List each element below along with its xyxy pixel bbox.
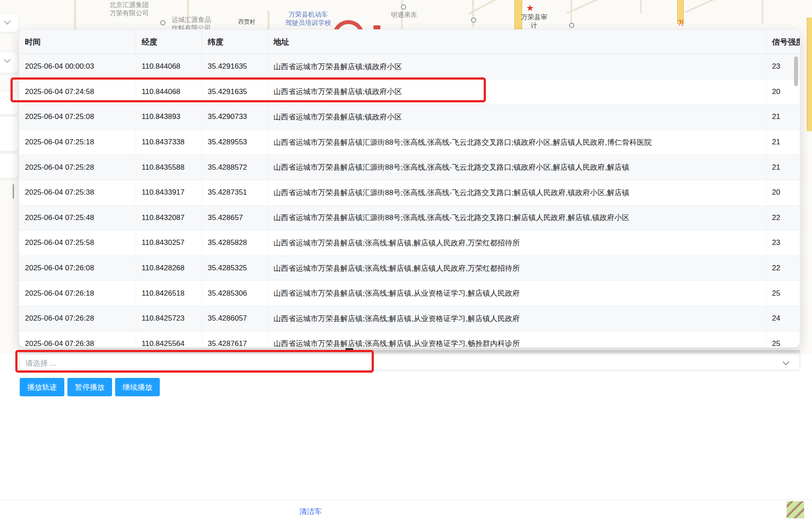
cell-signal: 22: [766, 255, 800, 281]
cell-time: 2025-06-04 07:24:58: [19, 79, 136, 105]
table-row[interactable]: 2025-06-04 07:25:28110.843558835.4288572…: [19, 155, 800, 180]
cell-addr: 山西省运城市万荣县解店镇;镇政府小区: [267, 79, 766, 105]
cell-lng: 110.844068: [136, 79, 202, 105]
side-scrollbar[interactable]: [13, 184, 14, 199]
table-row[interactable]: 2025-06-04 07:24:58110.84406835.4291635山…: [19, 79, 800, 105]
table-row[interactable]: 2025-06-04 07:25:08110.84389335.4290733山…: [19, 105, 800, 130]
cell-time: 2025-06-04 07:25:28: [19, 155, 136, 180]
cell-signal: 21: [766, 155, 800, 180]
cell-lat: 35.4287617: [202, 331, 267, 348]
column-header: 信号强度: [766, 30, 800, 54]
cell-addr: 山西省运城市万荣县解店镇汇源街88号;张高线,张高线-飞云北路交叉路口;解店镇人…: [267, 180, 766, 205]
chevron-down-icon: [4, 56, 11, 63]
cell-lng: 110.843893: [136, 105, 202, 130]
map-road: [468, 0, 515, 15]
resume-playback-button[interactable]: 继续播放: [115, 378, 160, 396]
cell-lat: 35.428657: [202, 205, 267, 231]
side-panel-card[interactable]: [0, 116, 18, 151]
cell-addr: 山西省运城市万荣县解店镇;张高线;解店镇,从业资格证学习,解店镇人民政府: [267, 306, 766, 331]
cell-lng: 110.844068: [136, 54, 202, 80]
cell-addr: 山西省运城市万荣县解店镇汇源街88号;张高线,张高线-飞云北路交叉路口;镇政府小…: [267, 155, 766, 180]
cell-time: 2025-06-04 07:25:58: [19, 231, 136, 256]
map-label-poi: 明通果库: [389, 11, 419, 19]
cell-time: 2025-06-04 07:25:48: [19, 205, 136, 231]
cell-time: 2025-06-04 07:25:18: [19, 129, 136, 155]
table-row[interactable]: 2025-06-04 07:26:38110.842556435.4287617…: [19, 331, 800, 348]
cell-signal: 24: [766, 306, 800, 331]
side-panel-card[interactable]: [0, 52, 18, 73]
cell-lng: 110.8432087: [136, 205, 202, 231]
cell-lat: 35.4291635: [202, 79, 267, 105]
playback-controls: 播放轨迹 暂停播放 继续播放: [20, 378, 160, 396]
pause-playback-button[interactable]: 暂停播放: [67, 378, 112, 396]
cell-lng: 110.8430257: [136, 231, 202, 256]
table-header-row: 时间经度纬度地址信号强度: [19, 30, 800, 54]
table-vertical-scrollbar[interactable]: [794, 56, 798, 86]
map-label-poi-school: 万荣县机动车 驾驶员培训学校: [284, 10, 333, 27]
cell-lng: 110.8426518: [136, 281, 202, 306]
table-row[interactable]: 2025-06-04 07:25:58110.843025735.4285828…: [19, 231, 800, 256]
map-marker-fragment: [373, 25, 380, 29]
cell-lat: 35.4290733: [202, 105, 267, 130]
column-header: 纬度: [202, 30, 267, 54]
map-label-fragment: 万: [678, 19, 685, 27]
cell-time: 2025-06-04 07:26:08: [19, 255, 136, 281]
table-row[interactable]: 2025-06-04 07:26:28110.842572335.4286057…: [19, 306, 800, 331]
table-row[interactable]: 2025-06-04 07:26:18110.842651835.4285306…: [19, 281, 800, 306]
vehicle-select[interactable]: 请选择 ...: [19, 354, 800, 370]
cell-addr: 山西省运城市万荣县解店镇;张高线;解店镇,从业资格证学习,解店镇人民政府: [267, 281, 766, 306]
cell-lat: 35.4287351: [202, 180, 267, 205]
cell-addr: 山西省运城市万荣县解店镇;张高线;解店镇,从业资格证学习,畅拴群内科诊所: [267, 331, 766, 348]
column-header: 时间: [19, 30, 136, 54]
horizontal-scrollbar-thumb[interactable]: [345, 348, 353, 350]
map-road-major: [807, 17, 812, 131]
horizontal-scrollbar-track[interactable]: [19, 350, 800, 353]
map-label-company: 北京汇源集团 万荣有限公司: [101, 1, 158, 17]
cell-signal: 23: [766, 231, 800, 256]
side-panel-card[interactable]: [0, 153, 18, 178]
table-row[interactable]: 2025-06-04 07:26:08110.842826835.4285325…: [19, 255, 800, 281]
cell-lng: 110.8433917: [136, 180, 202, 205]
chevron-down-icon: [783, 359, 790, 366]
map-label-village: 西贾村: [237, 18, 257, 25]
cell-time: 2025-06-04 07:26:18: [19, 281, 136, 306]
map-poi-dot: [401, 4, 406, 10]
cell-lat: 35.4289553: [202, 129, 267, 155]
cell-lat: 35.4285828: [202, 231, 267, 256]
cell-signal: 22: [766, 205, 800, 231]
cell-lng: 110.8428268: [136, 255, 202, 281]
cell-signal: 21: [766, 105, 800, 130]
table-row[interactable]: 2025-06-04 07:25:48110.843208735.428657山…: [19, 205, 800, 231]
vehicle-thumbnail-image: [787, 501, 804, 518]
map-road: [472, 0, 474, 27]
cell-addr: 山西省运城市万荣县解店镇;镇政府小区: [267, 105, 766, 130]
column-header: 地址: [267, 30, 766, 54]
table-row[interactable]: 2025-06-04 00:00:03110.84406835.4291635山…: [19, 54, 800, 80]
star-marker-icon: ★: [526, 3, 534, 12]
side-panel-card[interactable]: [0, 13, 18, 32]
map-poi-dot: [471, 17, 476, 23]
map-road: [640, 0, 642, 13]
map-road: [74, 0, 76, 29]
track-table-panel: 时间经度纬度地址信号强度 2025-06-04 00:00:03110.8440…: [19, 29, 800, 348]
track-table: 时间经度纬度地址信号强度 2025-06-04 00:00:03110.8440…: [19, 30, 800, 348]
side-panel-card[interactable]: [0, 91, 18, 115]
vehicle-type-link[interactable]: 清洁车: [299, 507, 322, 517]
cell-lng: 110.8425723: [136, 306, 202, 331]
cell-time: 2025-06-04 07:26:28: [19, 306, 136, 331]
table-row[interactable]: 2025-06-04 07:25:18110.843733835.4289553…: [19, 129, 800, 155]
cell-time: 2025-06-04 07:25:38: [19, 180, 136, 205]
select-placeholder: 请选择 ...: [25, 358, 56, 368]
table-row[interactable]: 2025-06-04 07:25:38110.843391735.4287351…: [19, 180, 800, 205]
cell-lat: 35.4288572: [202, 155, 267, 180]
cell-signal: 25: [766, 331, 800, 348]
table-body: 2025-06-04 00:00:03110.84406835.4291635山…: [19, 54, 800, 348]
chevron-down-icon: [4, 18, 11, 25]
cell-lat: 35.4291635: [202, 54, 267, 80]
cell-lng: 110.8425564: [136, 331, 202, 348]
cell-lat: 35.4286057: [202, 306, 267, 331]
map-road: [685, 0, 745, 13]
play-track-button[interactable]: 播放轨迹: [20, 378, 64, 396]
map-road: [566, 0, 627, 14]
column-header: 经度: [136, 30, 202, 54]
